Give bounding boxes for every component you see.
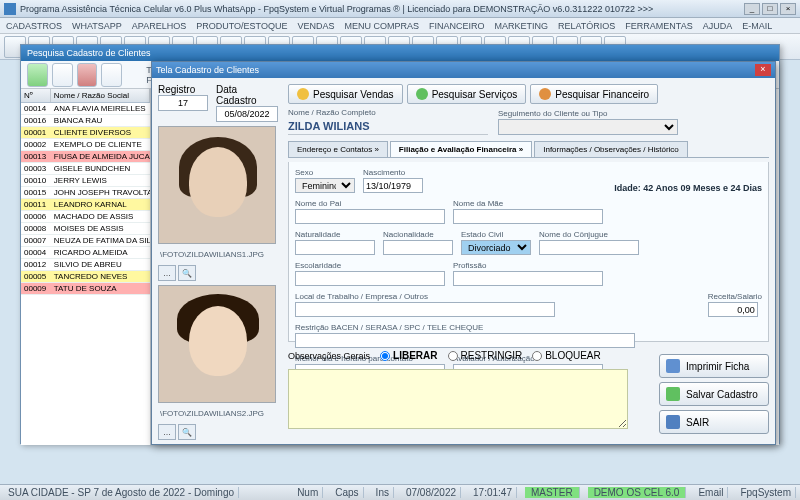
radio-liberar[interactable]: LIBERAR bbox=[380, 350, 437, 361]
minimize-button[interactable]: _ bbox=[744, 3, 760, 15]
photo-2 bbox=[158, 285, 276, 403]
table-row[interactable]: 00002EXEMPLO DE CLIENTE bbox=[21, 139, 150, 151]
coins-icon bbox=[297, 88, 309, 100]
table-row[interactable]: 00005TANCREDO NEVES bbox=[21, 271, 150, 283]
edit-button[interactable] bbox=[52, 63, 73, 87]
escolaridade-input[interactable] bbox=[295, 271, 445, 286]
estadocivil-select[interactable]: Divorciado bbox=[461, 240, 531, 255]
register-input[interactable] bbox=[158, 95, 208, 111]
menu-relatorios[interactable]: RELATÓRIOS bbox=[558, 18, 615, 33]
client-grid: Nº Nome / Razão Social 00014ANA FLAVIA M… bbox=[21, 89, 151, 445]
add-button[interactable] bbox=[27, 63, 48, 87]
status-demo: DEMO OS CEL 6.0 bbox=[588, 487, 687, 498]
print-icon bbox=[666, 359, 680, 373]
photo-1 bbox=[158, 126, 276, 244]
mae-input[interactable] bbox=[453, 209, 603, 224]
exit-icon bbox=[666, 415, 680, 429]
table-row[interactable]: 00008MOISES DE ASSIS bbox=[21, 223, 150, 235]
status-email[interactable]: Email bbox=[694, 487, 728, 498]
segment-select[interactable] bbox=[498, 119, 678, 135]
main-menu: CADASTROS WHATSAPP APARELHOS PRODUTO/EST… bbox=[0, 18, 800, 34]
regdate-input[interactable] bbox=[216, 106, 278, 122]
tab-info[interactable]: Informações / Observações / Histórico bbox=[534, 141, 688, 157]
table-row[interactable]: 00001CLIENTE DIVERSOS bbox=[21, 127, 150, 139]
menu-aparelhos[interactable]: APARELHOS bbox=[132, 18, 186, 33]
photo2-zoom-button[interactable]: 🔍 bbox=[178, 424, 196, 440]
client-dialog: Tela Cadastro de Clientes × Registro Dat… bbox=[151, 61, 776, 445]
grid-col-name[interactable]: Nome / Razão Social bbox=[51, 89, 150, 102]
nacionalidade-input[interactable] bbox=[383, 240, 453, 255]
regdate-label: Data Cadastro bbox=[216, 84, 278, 106]
menu-estoque[interactable]: PRODUTO/ESTOQUE bbox=[196, 18, 287, 33]
receita-input[interactable] bbox=[708, 302, 758, 317]
menu-compras[interactable]: MENU COMPRAS bbox=[344, 18, 419, 33]
menu-marketing[interactable]: MARKETING bbox=[494, 18, 548, 33]
print-button[interactable]: Imprimir Ficha bbox=[659, 354, 769, 378]
obs-textarea[interactable] bbox=[288, 369, 628, 429]
table-row[interactable]: 00003GISELE BUNDCHEN bbox=[21, 163, 150, 175]
profissao-input[interactable] bbox=[453, 271, 603, 286]
menu-financeiro[interactable]: FINANCEIRO bbox=[429, 18, 485, 33]
gears-icon bbox=[416, 88, 428, 100]
menu-cadastros[interactable]: CADASTROS bbox=[6, 18, 62, 33]
sexo-select[interactable]: Feminino bbox=[295, 178, 355, 193]
table-row[interactable]: 00016BIANCA RAU bbox=[21, 115, 150, 127]
table-row[interactable]: 00013FIUSA DE ALMEIDA JUCA bbox=[21, 151, 150, 163]
dialog-title: Tela Cadastro de Clientes bbox=[156, 65, 755, 75]
search-window: Pesquisa Cadastro de Clientes Tipo do Fi… bbox=[20, 44, 780, 444]
photo-2-path: \FOTO\ZILDAWILIANS2.JPG bbox=[158, 407, 276, 420]
photo1-browse-button[interactable]: … bbox=[158, 265, 176, 281]
delete-button[interactable] bbox=[77, 63, 98, 87]
radio-restringir[interactable]: RESTRINGIR bbox=[448, 350, 523, 361]
photo2-browse-button[interactable]: … bbox=[158, 424, 176, 440]
grid-col-number[interactable]: Nº bbox=[21, 89, 51, 102]
table-row[interactable]: 00007NEUZA DE FATIMA DA SIL bbox=[21, 235, 150, 247]
table-row[interactable]: 00012SILVIO DE ABREU bbox=[21, 259, 150, 271]
naturalidade-input[interactable] bbox=[295, 240, 375, 255]
search-sales-button[interactable]: Pesquisar Vendas bbox=[288, 84, 403, 104]
status-city: SUA CIDADE - SP 7 de Agosto de 2022 - Do… bbox=[4, 487, 239, 498]
localtrabalho-input[interactable] bbox=[295, 302, 555, 317]
table-row[interactable]: 00014ANA FLAVIA MEIRELLES bbox=[21, 103, 150, 115]
exit-button[interactable]: SAIR bbox=[659, 410, 769, 434]
restricao-input[interactable] bbox=[295, 333, 635, 348]
close-button[interactable]: × bbox=[780, 3, 796, 15]
menu-email[interactable]: E-MAIL bbox=[742, 18, 772, 33]
table-row[interactable]: 00010JERRY LEWIS bbox=[21, 175, 150, 187]
photo1-zoom-button[interactable]: 🔍 bbox=[178, 265, 196, 281]
table-row[interactable]: 00006MACHADO DE ASSIS bbox=[21, 211, 150, 223]
menu-ferramentas[interactable]: FERRAMENTAS bbox=[625, 18, 692, 33]
status-fpq[interactable]: FpqSystem bbox=[736, 487, 796, 498]
save-button[interactable]: Salvar Cadastro bbox=[659, 382, 769, 406]
name-label: Nome / Razão Completo bbox=[288, 108, 488, 117]
search-services-button[interactable]: Pesquisar Serviços bbox=[407, 84, 527, 104]
status-bar: SUA CIDADE - SP 7 de Agosto de 2022 - Do… bbox=[0, 484, 800, 500]
tab-filiation[interactable]: Filiação e Avaliação Financeira » bbox=[390, 141, 532, 157]
app-titlebar: Programa Assistência Técnica Celular v6.… bbox=[0, 0, 800, 18]
table-row[interactable]: 00011LEANDRO KARNAL bbox=[21, 199, 150, 211]
app-title: Programa Assistência Técnica Celular v6.… bbox=[20, 4, 744, 14]
conjuge-input[interactable] bbox=[539, 240, 639, 255]
dialog-close-button[interactable]: × bbox=[755, 64, 771, 76]
menu-ajuda[interactable]: AJUDA bbox=[703, 18, 733, 33]
register-label: Registro bbox=[158, 84, 208, 95]
menu-whatsapp[interactable]: WHATSAPP bbox=[72, 18, 122, 33]
nascimento-input[interactable] bbox=[363, 178, 423, 193]
tab-address[interactable]: Endereço e Contatos » bbox=[288, 141, 388, 157]
status-master: MASTER bbox=[525, 487, 580, 498]
menu-vendas[interactable]: VENDAS bbox=[297, 18, 334, 33]
status-date: 07/08/2022 bbox=[402, 487, 461, 498]
refresh-button[interactable] bbox=[101, 63, 122, 87]
table-row[interactable]: 00015JOHN JOSEPH TRAVOLTA bbox=[21, 187, 150, 199]
maximize-button[interactable]: □ bbox=[762, 3, 778, 15]
table-row[interactable]: 00004RICARDO ALMEIDA bbox=[21, 247, 150, 259]
status-num: Num bbox=[293, 487, 323, 498]
obs-label: Observações Gerais bbox=[288, 351, 370, 361]
name-value: ZILDA WILIANS bbox=[288, 118, 488, 135]
status-caps: Caps bbox=[331, 487, 363, 498]
tab-panel: SexoFeminino Nascimento Idade: 42 Anos 0… bbox=[288, 162, 769, 342]
radio-bloquear[interactable]: BLOQUEAR bbox=[532, 350, 601, 361]
pai-input[interactable] bbox=[295, 209, 445, 224]
search-financial-button[interactable]: Pesquisar Financeiro bbox=[530, 84, 658, 104]
table-row[interactable]: 00009TATU DE SOUZA bbox=[21, 283, 150, 295]
